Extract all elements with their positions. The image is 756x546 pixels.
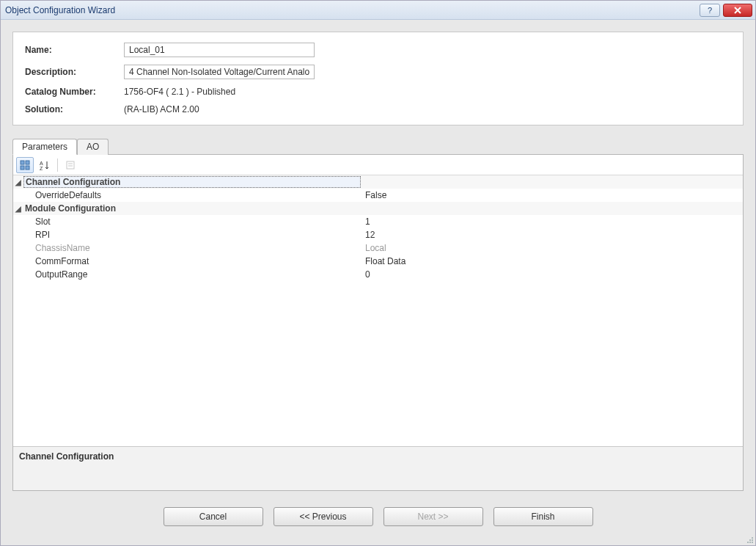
svg-rect-6: [67, 161, 74, 169]
page-icon: [65, 160, 76, 170]
name-label: Name:: [25, 45, 124, 55]
categorized-button[interactable]: [16, 157, 34, 173]
property-row[interactable]: OutputRange0: [13, 268, 743, 281]
svg-rect-2: [21, 166, 24, 170]
sort-az-icon: A Z: [40, 160, 50, 170]
titlebar: Object Configuration Wizard ?: [1, 1, 755, 20]
tab-ao[interactable]: AO: [77, 139, 109, 155]
collapse-icon[interactable]: ◢: [13, 178, 23, 186]
close-icon: [733, 7, 742, 14]
svg-rect-1: [26, 161, 29, 164]
property-name: ChassisName: [34, 243, 361, 253]
help-button[interactable]: ?: [700, 4, 720, 17]
property-name: CommFormat: [34, 256, 361, 266]
property-row[interactable]: ChassisNameLocal: [13, 241, 743, 255]
property-value[interactable]: 12: [361, 230, 743, 240]
property-group-module_config[interactable]: ◢Module Configuration: [13, 202, 743, 215]
description-input[interactable]: [124, 65, 315, 79]
property-pages-button: [62, 157, 79, 173]
info-panel: Name: Description: Catalog Number: 1756-…: [12, 32, 744, 125]
property-toolbar: A Z: [13, 155, 743, 175]
tab-parameters[interactable]: Parameters: [12, 139, 77, 155]
property-group-channel_config[interactable]: ◢Channel Configuration: [13, 175, 743, 189]
categorized-icon: [20, 160, 30, 170]
wizard-window: Object Configuration Wizard ? Name: Desc…: [0, 0, 756, 546]
property-name: OutputRange: [34, 269, 361, 280]
catalog-label: Catalog Number:: [25, 87, 124, 97]
description-label: Description:: [25, 67, 124, 77]
wizard-footer: Cancel << Previous Next >> Finish: [12, 491, 744, 539]
property-value[interactable]: 1: [361, 216, 743, 227]
property-name: RPI: [34, 230, 361, 240]
group-title: Module Configuration: [23, 203, 361, 214]
catalog-value: 1756-OF4 ( 2.1 ) - Published: [124, 87, 235, 97]
property-name: Slot: [34, 216, 361, 227]
tabstrip: Parameters AO: [12, 139, 744, 155]
tabs-region: Parameters AO A: [12, 139, 744, 491]
property-row[interactable]: CommFormatFloat Data: [13, 255, 743, 268]
help-icon: ?: [708, 6, 712, 15]
property-value[interactable]: False: [361, 190, 743, 200]
alphabetical-button[interactable]: A Z: [36, 157, 54, 173]
next-button[interactable]: Next >>: [383, 507, 483, 526]
property-row[interactable]: OverrideDefaultsFalse: [13, 189, 743, 202]
tab-panel-parameters: A Z ◢Channel Configuratio: [12, 154, 744, 491]
svg-rect-3: [26, 166, 29, 170]
svg-text:A: A: [40, 161, 43, 166]
window-buttons: ?: [700, 4, 752, 17]
property-grid[interactable]: ◢Channel ConfigurationOverrideDefaultsFa…: [13, 175, 743, 446]
previous-button[interactable]: << Previous: [274, 507, 373, 526]
collapse-icon[interactable]: ◢: [13, 205, 23, 213]
description-pane: Channel Configuration: [13, 446, 743, 490]
property-value[interactable]: Float Data: [361, 256, 743, 266]
cancel-button[interactable]: Cancel: [164, 507, 263, 526]
svg-text:Z: Z: [40, 166, 43, 170]
property-row[interactable]: Slot1: [13, 215, 743, 228]
property-row[interactable]: RPI12: [13, 228, 743, 241]
group-title: Channel Configuration: [23, 176, 361, 188]
finish-button[interactable]: Finish: [493, 507, 593, 526]
window-title: Object Configuration Wizard: [5, 5, 700, 15]
property-value[interactable]: 0: [361, 269, 743, 280]
content: Name: Description: Catalog Number: 1756-…: [1, 20, 755, 545]
description-title: Channel Configuration: [19, 451, 114, 462]
name-input[interactable]: [124, 43, 315, 57]
close-button[interactable]: [723, 4, 752, 17]
solution-value: (RA-LIB) ACM 2.00: [124, 104, 199, 114]
property-name: OverrideDefaults: [34, 190, 361, 200]
solution-label: Solution:: [25, 104, 124, 114]
toolbar-separator: [57, 159, 58, 172]
svg-rect-0: [21, 161, 24, 164]
property-value: Local: [361, 243, 743, 253]
